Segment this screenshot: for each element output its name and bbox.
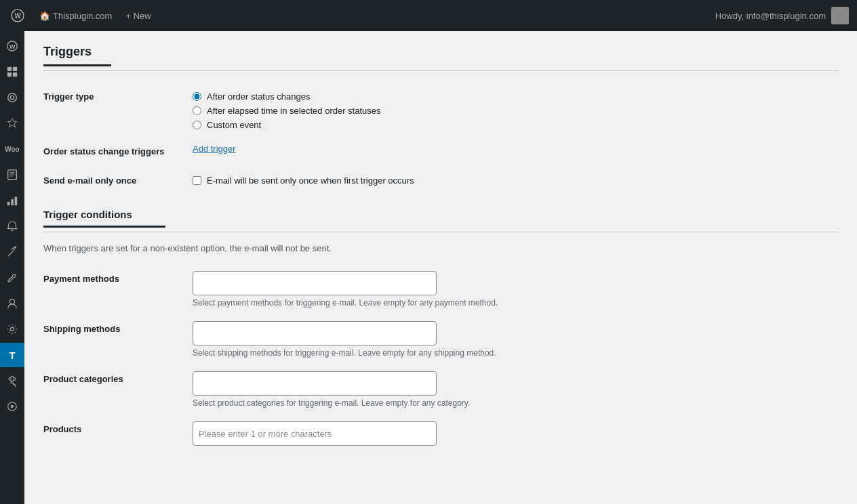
sidebar-icon-puzzle[interactable] <box>0 369 24 393</box>
svg-marker-20 <box>11 404 14 408</box>
shipping-methods-label: Shipping methods <box>43 314 193 364</box>
products-input[interactable] <box>193 421 437 446</box>
payment-methods-label: Payment methods <box>43 264 193 314</box>
conditions-info-text: When triggers are set for a non-existent… <box>43 243 838 253</box>
radio-custom-event-label: Custom event <box>207 120 261 130</box>
section-divider-conditions <box>43 232 838 232</box>
sidebar-icon-tools1[interactable] <box>0 240 24 264</box>
radio-after-order-status-input[interactable] <box>193 92 201 101</box>
svg-rect-10 <box>8 170 17 180</box>
shipping-methods-row: Shipping methods Select shipping methods… <box>43 314 838 364</box>
sidebar-icon-wp[interactable]: W <box>0 34 24 58</box>
trigger-type-options: After order status changes After elapsed… <box>193 82 838 137</box>
send-email-once-value: E-mail will be sent only once when first… <box>193 166 838 195</box>
main-content: Triggers Trigger type After order status… <box>24 31 857 504</box>
add-trigger-link[interactable]: Add trigger <box>193 144 236 154</box>
sidebar-icon-ring[interactable] <box>0 85 24 110</box>
order-status-change-label: Order status change triggers <box>43 137 193 166</box>
trigger-conditions-section: Trigger conditions When triggers are set… <box>43 209 838 453</box>
radio-after-elapsed[interactable]: After elapsed time in selected order sta… <box>193 106 838 116</box>
shipping-methods-field: Select shipping methods for triggering e… <box>193 314 838 364</box>
svg-point-8 <box>8 93 17 102</box>
wp-logo-icon[interactable]: W <box>5 3 30 28</box>
send-email-once-row: Send e-mail only once E-mail will be sen… <box>43 166 838 195</box>
site-home-icon: 🏠 <box>39 11 50 21</box>
product-categories-row: Product categories Select product catego… <box>43 364 838 415</box>
trigger-conditions-title: Trigger conditions <box>43 209 165 228</box>
sidebar-icon-notifications[interactable] <box>0 214 24 238</box>
products-row: Products <box>43 415 838 453</box>
order-status-change-row: Order status change triggers Add trigger <box>43 137 838 166</box>
product-categories-hint: Select product categories for triggering… <box>193 398 532 408</box>
sidebar-icon-plugin-active[interactable]: T <box>0 343 24 367</box>
sidebar-icon-dashboard[interactable] <box>0 60 24 84</box>
plugin-icon-letter: T <box>9 350 15 361</box>
radio-after-order-status-label: After order status changes <box>207 91 310 102</box>
sidebar-icon-play[interactable] <box>0 394 24 419</box>
admin-bar-right: Howdy, info@thisplugin.com <box>715 7 857 24</box>
shipping-methods-input[interactable] <box>193 321 437 345</box>
svg-rect-16 <box>15 197 18 206</box>
svg-rect-5 <box>13 67 17 71</box>
sidebar-icon-analytics[interactable] <box>0 188 24 213</box>
new-label: + New <box>125 11 151 21</box>
site-name: Thisplugin.com <box>53 11 112 21</box>
radio-after-elapsed-input[interactable] <box>193 106 201 115</box>
conditions-table: Payment methods Select payment methods f… <box>43 264 838 453</box>
send-email-once-label: Send e-mail only once <box>43 166 193 195</box>
sidebar-icon-pin[interactable] <box>0 111 24 135</box>
howdy-text: Howdy, info@thisplugin.com <box>715 11 826 21</box>
sidebar-icon-settings[interactable] <box>0 317 24 341</box>
product-categories-input[interactable] <box>193 371 437 396</box>
svg-rect-6 <box>7 72 12 77</box>
payment-methods-input[interactable] <box>193 271 437 295</box>
radio-custom-event[interactable]: Custom event <box>193 120 838 130</box>
trigger-type-table: Trigger type After order status changes … <box>43 82 838 195</box>
payment-methods-row: Payment methods Select payment methods f… <box>43 264 838 314</box>
admin-bar: W 🏠 Thisplugin.com + New Howdy, info@thi… <box>0 0 857 31</box>
send-email-once-checkbox-label[interactable]: E-mail will be sent only once when first… <box>193 175 838 186</box>
svg-point-17 <box>9 299 14 304</box>
page-title: Triggers <box>43 45 111 66</box>
sidebar-icon-woo[interactable]: Woo <box>0 137 24 161</box>
triggers-section: Triggers Trigger type After order status… <box>43 45 838 195</box>
payment-methods-hint: Select payment methods for triggering e-… <box>193 298 532 308</box>
product-categories-label: Product categories <box>43 364 193 415</box>
radio-after-elapsed-label: After elapsed time in selected order sta… <box>207 106 381 116</box>
admin-bar-site[interactable]: 🏠 Thisplugin.com <box>33 0 119 31</box>
section-divider-top <box>43 70 838 71</box>
svg-point-9 <box>10 96 14 99</box>
trigger-type-row: Trigger type After order status changes … <box>43 82 838 137</box>
svg-point-18 <box>10 327 14 331</box>
order-status-change-value: Add trigger <box>193 137 838 166</box>
radio-group: After order status changes After elapsed… <box>193 91 838 130</box>
layout: W Woo <box>0 0 857 504</box>
trigger-type-label: Trigger type <box>43 82 193 137</box>
woo-label: Woo <box>5 146 19 153</box>
svg-rect-14 <box>7 202 10 205</box>
svg-text:W: W <box>15 12 22 20</box>
radio-custom-event-input[interactable] <box>193 121 201 129</box>
svg-rect-15 <box>11 199 14 205</box>
products-label: Products <box>43 415 193 453</box>
products-field <box>193 415 838 453</box>
product-categories-field: Select product categories for triggering… <box>193 364 838 415</box>
sidebar-icon-user[interactable] <box>0 291 24 316</box>
svg-text:W: W <box>9 43 16 50</box>
sidebar: W Woo <box>0 31 24 504</box>
admin-bar-new[interactable]: + New <box>119 0 157 31</box>
send-email-once-checkbox-text: E-mail will be sent only once when first… <box>207 175 414 186</box>
radio-after-order-status[interactable]: After order status changes <box>193 91 838 102</box>
sidebar-icon-pages[interactable] <box>0 163 24 187</box>
sidebar-icon-tools2[interactable] <box>0 266 24 290</box>
send-email-once-checkbox[interactable] <box>193 176 201 185</box>
shipping-methods-hint: Select shipping methods for triggering e… <box>193 348 532 358</box>
svg-rect-4 <box>7 67 12 71</box>
avatar[interactable] <box>831 7 849 24</box>
payment-methods-field: Select payment methods for triggering e-… <box>193 264 838 314</box>
svg-rect-7 <box>13 72 17 77</box>
